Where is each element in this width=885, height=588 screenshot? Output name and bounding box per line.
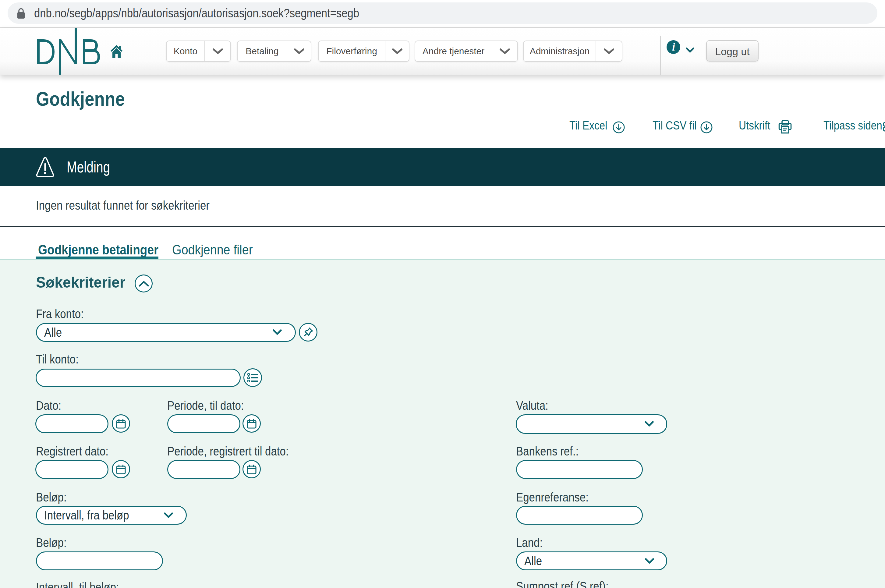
svg-text:i: i (672, 41, 675, 53)
